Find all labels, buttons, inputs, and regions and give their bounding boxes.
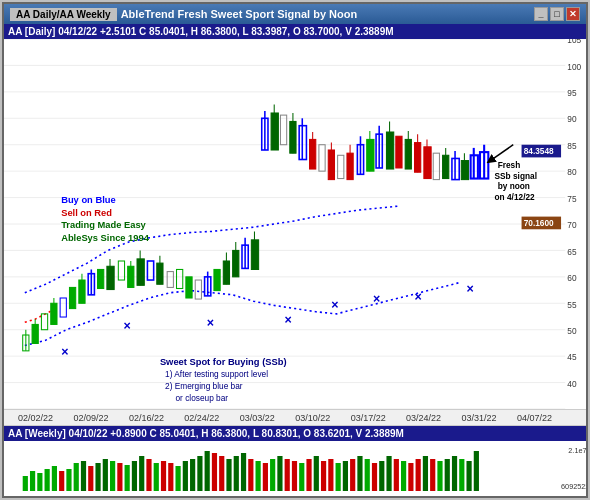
svg-text:70.1600: 70.1600 bbox=[524, 218, 554, 228]
svg-rect-172 bbox=[270, 459, 275, 491]
svg-text:×: × bbox=[415, 290, 422, 304]
svg-rect-68 bbox=[214, 269, 220, 290]
svg-text:2) Emerging blue bar: 2) Emerging blue bar bbox=[165, 381, 243, 391]
svg-text:AbleSys Since 1994: AbleSys Since 1994 bbox=[61, 232, 150, 243]
minimize-button[interactable]: _ bbox=[534, 7, 548, 21]
svg-rect-174 bbox=[285, 459, 290, 491]
svg-rect-187 bbox=[379, 461, 384, 491]
svg-text:Sweet Spot for Buying (SSb): Sweet Spot for Buying (SSb) bbox=[160, 356, 287, 367]
svg-rect-188 bbox=[386, 456, 391, 491]
svg-rect-163 bbox=[205, 451, 210, 491]
svg-rect-144 bbox=[66, 469, 71, 491]
svg-text:90: 90 bbox=[567, 114, 577, 124]
weekly-chart: AA [Weekly] 04/10/22 +0.8900 C 85.0401, … bbox=[4, 426, 586, 496]
svg-rect-102 bbox=[396, 136, 402, 168]
svg-rect-161 bbox=[190, 459, 195, 491]
svg-rect-64 bbox=[186, 277, 192, 298]
svg-text:80: 80 bbox=[567, 167, 577, 177]
svg-text:SSb signal: SSb signal bbox=[495, 170, 537, 180]
svg-rect-196 bbox=[445, 459, 450, 491]
svg-rect-173 bbox=[277, 456, 282, 491]
svg-rect-46 bbox=[69, 287, 75, 308]
maximize-button[interactable]: □ bbox=[550, 7, 564, 21]
svg-text:×: × bbox=[331, 297, 338, 311]
svg-rect-146 bbox=[81, 461, 86, 491]
svg-text:55: 55 bbox=[567, 299, 577, 309]
svg-rect-199 bbox=[466, 461, 471, 491]
main-chart[interactable]: 105 100 95 90 85 80 75 70 65 60 55 50 45… bbox=[4, 39, 586, 426]
svg-text:or closeup bar: or closeup bar bbox=[175, 392, 228, 402]
svg-rect-198 bbox=[459, 459, 464, 491]
svg-text:84.3548: 84.3548 bbox=[524, 146, 554, 156]
svg-rect-160 bbox=[183, 461, 188, 491]
svg-rect-156 bbox=[154, 463, 159, 491]
svg-text:Trading Made Easy: Trading Made Easy bbox=[61, 219, 146, 230]
svg-rect-157 bbox=[161, 461, 166, 491]
svg-text:85: 85 bbox=[567, 141, 577, 151]
window-controls: _ □ ✕ bbox=[534, 7, 580, 21]
svg-rect-170 bbox=[256, 461, 261, 491]
weekly-chart-svg: 2.1e7 6092522 bbox=[4, 441, 586, 491]
main-window: AA Daily/AA Weekly AbleTrend Fresh Sweet… bbox=[2, 2, 588, 498]
svg-text:×: × bbox=[285, 313, 292, 327]
svg-text:×: × bbox=[124, 319, 131, 333]
svg-rect-186 bbox=[372, 463, 377, 491]
svg-text:75: 75 bbox=[567, 194, 577, 204]
svg-rect-153 bbox=[132, 461, 137, 491]
svg-text:45: 45 bbox=[567, 352, 577, 362]
svg-rect-180 bbox=[328, 459, 333, 491]
svg-rect-178 bbox=[314, 456, 319, 491]
svg-rect-171 bbox=[263, 463, 268, 491]
svg-text:105: 105 bbox=[567, 39, 581, 45]
svg-rect-79 bbox=[271, 113, 278, 150]
svg-rect-167 bbox=[234, 456, 239, 491]
svg-rect-145 bbox=[74, 463, 79, 491]
svg-rect-164 bbox=[212, 453, 217, 491]
svg-rect-176 bbox=[299, 463, 304, 491]
svg-rect-165 bbox=[219, 456, 224, 491]
svg-text:×: × bbox=[207, 315, 214, 329]
svg-rect-182 bbox=[343, 461, 348, 491]
svg-text:6092522: 6092522 bbox=[561, 483, 586, 491]
svg-rect-192 bbox=[416, 459, 421, 491]
svg-rect-148 bbox=[95, 463, 100, 491]
svg-rect-183 bbox=[350, 459, 355, 491]
svg-rect-147 bbox=[88, 466, 93, 491]
tab-label[interactable]: AA Daily/AA Weekly bbox=[10, 8, 117, 21]
close-button[interactable]: ✕ bbox=[566, 7, 580, 21]
svg-rect-185 bbox=[365, 459, 370, 491]
svg-text:70: 70 bbox=[567, 220, 577, 230]
svg-rect-184 bbox=[357, 456, 362, 491]
svg-rect-138 bbox=[23, 476, 28, 491]
svg-rect-162 bbox=[197, 456, 202, 491]
svg-rect-193 bbox=[423, 456, 428, 491]
svg-rect-152 bbox=[125, 465, 130, 491]
chart-area: AA [Daily] 04/12/22 +2.5101 C 85.0401, H… bbox=[4, 24, 586, 496]
svg-rect-149 bbox=[103, 459, 108, 491]
svg-text:60: 60 bbox=[567, 273, 577, 283]
title-bar: AA Daily/AA Weekly AbleTrend Fresh Sweet… bbox=[4, 4, 586, 24]
svg-rect-143 bbox=[59, 471, 64, 491]
svg-text:×: × bbox=[61, 345, 68, 359]
svg-rect-150 bbox=[110, 461, 115, 491]
svg-text:1) After testing support level: 1) After testing support level bbox=[165, 369, 268, 379]
svg-text:on 4/12/22: on 4/12/22 bbox=[495, 192, 535, 202]
svg-rect-179 bbox=[321, 461, 326, 491]
main-chart-svg: 105 100 95 90 85 80 75 70 65 60 55 50 45… bbox=[4, 39, 586, 409]
svg-rect-140 bbox=[37, 473, 42, 491]
svg-rect-100 bbox=[386, 132, 393, 169]
svg-rect-139 bbox=[30, 471, 35, 491]
svg-rect-169 bbox=[248, 459, 253, 491]
svg-text:Buy on Blue: Buy on Blue bbox=[61, 194, 115, 205]
svg-rect-159 bbox=[175, 466, 180, 491]
svg-rect-189 bbox=[394, 459, 399, 491]
svg-rect-168 bbox=[241, 453, 246, 491]
svg-rect-194 bbox=[430, 459, 435, 491]
weekly-chart-header: AA [Weekly] 04/10/22 +0.8900 C 85.0401, … bbox=[4, 426, 586, 441]
svg-rect-154 bbox=[139, 456, 144, 491]
svg-rect-195 bbox=[437, 461, 442, 491]
svg-rect-175 bbox=[292, 461, 297, 491]
svg-text:2.1e7: 2.1e7 bbox=[568, 447, 586, 455]
svg-text:Sell on Red: Sell on Red bbox=[61, 206, 112, 217]
svg-rect-51 bbox=[98, 269, 104, 288]
